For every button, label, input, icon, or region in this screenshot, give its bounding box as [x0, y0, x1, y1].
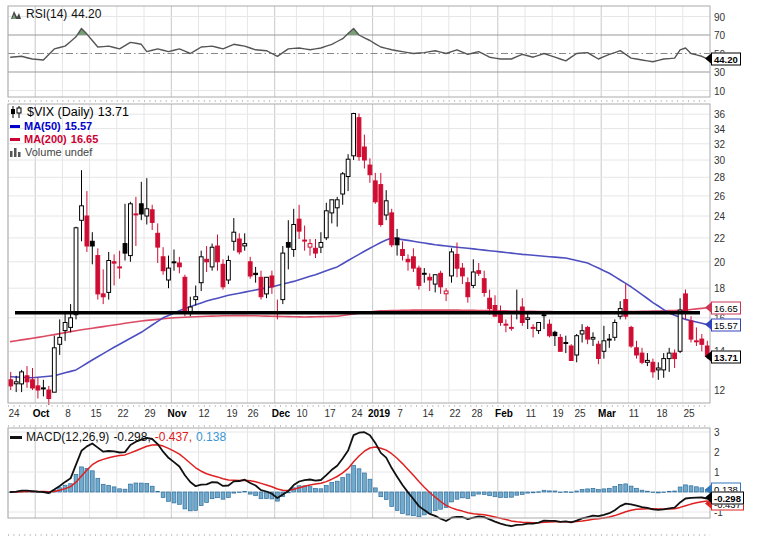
rsi-legend-value: 44.20	[71, 7, 101, 21]
x-axis-label: 24	[8, 408, 19, 419]
x-axis-label: 25	[574, 408, 585, 419]
x-axis-label: Oct	[33, 408, 50, 419]
chart-canvas[interactable]	[0, 0, 767, 538]
ma200-label: MA(200)	[24, 133, 67, 145]
y-axis-label: 22	[714, 232, 725, 243]
y-axis-label: 1	[714, 467, 720, 478]
x-axis-label: 19	[552, 408, 563, 419]
x-axis-label: 19	[226, 408, 237, 419]
volume-legend: Volume undef	[10, 146, 92, 158]
macd-legend: MACD(12,26,9) -0.298, -0.437, 0.138	[10, 430, 226, 444]
macd-hist-value: 0.138	[196, 430, 226, 444]
ma200-value-box: 16.65	[705, 301, 741, 314]
volume-bars-icon	[10, 147, 21, 157]
x-axis-label: Nov	[168, 408, 187, 419]
ma50-swatch	[10, 125, 20, 128]
x-axis-label: 28	[471, 408, 482, 419]
x-axis-label: 14	[422, 408, 433, 419]
x-axis-label: Dec	[272, 408, 290, 419]
y-axis-label: 30	[714, 67, 725, 78]
x-axis-label: Mar	[598, 408, 616, 419]
volume-label: Volume undef	[25, 146, 92, 158]
y-axis-label: 30	[714, 155, 725, 166]
ma50-value: 15.57	[65, 120, 93, 132]
y-axis-label: 36	[714, 109, 725, 120]
x-axis-label: 22	[117, 408, 128, 419]
x-axis-label: 15	[90, 408, 101, 419]
macd-signal-value: -0.437,	[155, 430, 192, 444]
y-axis-label: 3	[714, 427, 720, 438]
x-axis-label: 17	[324, 408, 335, 419]
x-axis-label: 11	[629, 408, 639, 419]
ma200-value: 16.65	[71, 133, 99, 145]
ma50-label: MA(50)	[24, 120, 61, 132]
x-axis-label: 22	[449, 408, 460, 419]
x-axis-label: Feb	[495, 408, 513, 419]
y-axis-label: 12	[714, 385, 725, 396]
y-axis-label: 34	[714, 123, 725, 134]
rsi-legend-label: RSI(14)	[26, 7, 67, 21]
symbol-label: $VIX (Daily)	[27, 105, 94, 119]
x-axis-label: 29	[144, 408, 155, 419]
x-axis-label: 12	[198, 408, 209, 419]
macd-line-value: -0.298,	[113, 430, 150, 444]
ma200-swatch	[10, 138, 20, 141]
y-axis-label: 70	[714, 30, 725, 41]
x-axis-label: 18	[656, 408, 667, 419]
x-axis-label: 25	[683, 408, 694, 419]
x-axis-label: 2019	[368, 408, 390, 419]
macd-value-box: -0.298	[705, 491, 744, 504]
y-axis-label: 18	[714, 283, 725, 294]
x-axis-label: 24	[351, 408, 362, 419]
symbol-legend: $VIX (Daily) 13.71	[10, 105, 129, 119]
x-axis-label: 10	[296, 408, 307, 419]
y-axis-label: 90	[714, 11, 725, 22]
macd-swatch	[10, 436, 22, 439]
candlestick-icon	[10, 106, 23, 118]
x-axis-label: 8	[65, 408, 71, 419]
x-axis-label: 7	[397, 408, 403, 419]
last-price-box: 13.71	[705, 350, 741, 363]
rsi-legend: RSI(14) 44.20	[10, 7, 101, 21]
rsi-indicator-icon	[10, 8, 22, 20]
y-axis-label: 32	[714, 138, 725, 149]
rsi-value-box: 44.20	[705, 52, 741, 65]
x-axis-label: 26	[247, 408, 258, 419]
y-axis-label: 24	[714, 211, 725, 222]
y-axis-label: 2	[714, 447, 720, 458]
stockcharts-vix-chart: RSI(14) 44.20 $VIX (Daily) 13.71 MA(50) …	[0, 0, 767, 538]
y-axis-label: 28	[714, 172, 725, 183]
macd-legend-label: MACD(12,26,9)	[26, 430, 109, 444]
ma200-legend: MA(200) 16.65	[10, 133, 98, 145]
y-axis-label: 10	[714, 85, 725, 96]
symbol-last-value: 13.71	[98, 105, 129, 119]
y-axis-label: 26	[714, 190, 725, 201]
ma50-value-box: 15.57	[705, 318, 741, 331]
x-axis-label: 11	[526, 408, 536, 419]
y-axis-label: 20	[714, 256, 725, 267]
ma50-legend: MA(50) 15.57	[10, 120, 92, 132]
